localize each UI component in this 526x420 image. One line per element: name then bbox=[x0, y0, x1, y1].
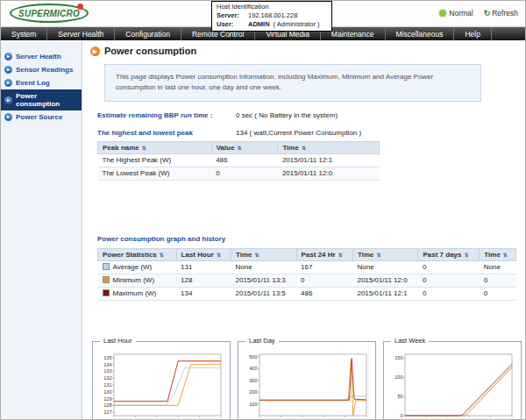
column-header-label: Past 7 days bbox=[423, 251, 461, 259]
column-header-time[interactable]: Time⇅ bbox=[352, 248, 418, 260]
svg-text:134: 134 bbox=[103, 361, 111, 367]
user-role: ( Administrator ) bbox=[274, 20, 320, 29]
sort-icon: ⇅ bbox=[338, 253, 343, 258]
server-address: 192.168.001.228 bbox=[248, 11, 297, 20]
current-power-value: 134 ( watt,Current Power Consumption ) bbox=[236, 129, 361, 137]
section-bullet-icon: ▶ bbox=[90, 46, 100, 56]
column-header-value[interactable]: Value⇅ bbox=[211, 141, 278, 153]
table-cell: 2015/01/11 12:0 bbox=[352, 274, 418, 287]
column-header-time[interactable]: Time⇅ bbox=[231, 248, 297, 260]
svg-text:0: 0 bbox=[400, 413, 402, 418]
column-header-past-24-hr[interactable]: Past 24 Hr⇅ bbox=[296, 248, 352, 260]
svg-text:100: 100 bbox=[394, 374, 402, 380]
status-label: Normal bbox=[449, 9, 473, 18]
column-header-label: Peak name bbox=[103, 144, 139, 152]
arrow-bullet-icon: ▸ bbox=[4, 53, 12, 61]
table-cell: 0 bbox=[480, 274, 516, 287]
user-label: User: bbox=[217, 20, 245, 29]
table-cell: 134 bbox=[176, 287, 231, 300]
svg-text:50: 50 bbox=[397, 394, 402, 399]
info-box: This page displays Power consumption inf… bbox=[104, 64, 481, 102]
menu-item-system[interactable]: System bbox=[1, 27, 47, 40]
menu-item-configuration[interactable]: Configuration bbox=[115, 27, 181, 40]
svg-text:133: 133 bbox=[103, 368, 111, 374]
chart-title: Last Hour bbox=[100, 337, 136, 345]
column-header-past-7-days[interactable]: Past 7 days⇅ bbox=[418, 248, 480, 260]
table-cell: Maximum (W) bbox=[98, 287, 177, 300]
refresh-button[interactable]: ↻ Refresh bbox=[484, 9, 518, 18]
table-cell: Minimum (W) bbox=[98, 274, 177, 287]
series-line-minimum bbox=[405, 367, 512, 416]
svg-text:131: 131 bbox=[103, 382, 111, 388]
column-header-time[interactable]: Time⇅ bbox=[278, 141, 380, 153]
table-cell: 0 bbox=[418, 274, 480, 287]
svg-text:200: 200 bbox=[249, 389, 257, 395]
ipmi-window: SUPERMICRO Host Identification Server: 1… bbox=[0, 0, 526, 420]
column-header-time[interactable]: Time⇅ bbox=[480, 248, 516, 260]
svg-text:100: 100 bbox=[249, 401, 257, 406]
host-identification-title: Host Identification bbox=[217, 3, 327, 11]
menu-item-server-health[interactable]: Server Health bbox=[47, 27, 115, 40]
table-cell: 0 bbox=[296, 274, 352, 287]
table-cell: The Highest Peak (W) bbox=[98, 153, 212, 167]
arrow-bullet-icon: ▸ bbox=[4, 79, 12, 87]
table-cell: 486 bbox=[296, 287, 352, 300]
chart-panel-last-week: Last Week050100150-7d-5.8d-4.6d-3.4d-2.2… bbox=[383, 341, 522, 420]
sort-icon: ⇅ bbox=[376, 253, 380, 258]
series-color-swatch bbox=[103, 276, 110, 283]
bbp-runtime-value: 0 sec ( No Battery in the system) bbox=[236, 111, 338, 119]
table-cell: 2015/01/11 13:3 bbox=[231, 274, 297, 287]
column-header-label: Value bbox=[217, 144, 235, 152]
charts-row: Last Hour127128129130131132133134135-57s… bbox=[92, 341, 518, 420]
table-cell: 2015/01/11 12:1 bbox=[352, 287, 418, 300]
column-header-label: Time bbox=[236, 251, 252, 259]
series-color-swatch bbox=[103, 289, 110, 296]
menu-item-miscellaneous[interactable]: Miscellaneous bbox=[386, 27, 455, 40]
column-header-last-hour[interactable]: Last Hour⇅ bbox=[176, 248, 231, 260]
chart-panel-last-hour: Last Hour127128129130131132133134135-57s… bbox=[92, 341, 231, 420]
table-cell: 0 bbox=[418, 287, 480, 300]
column-header-label: Time bbox=[358, 251, 374, 259]
table-row: Minimum (W)1282015/01/11 13:302015/01/11… bbox=[98, 274, 516, 287]
svg-text:129: 129 bbox=[103, 395, 111, 401]
sort-icon: ⇅ bbox=[217, 253, 221, 258]
table-cell: 167 bbox=[296, 260, 352, 274]
sidebar-item-server-health[interactable]: ▸Server Health bbox=[1, 50, 82, 63]
server-label: Server: bbox=[217, 11, 245, 20]
column-header-label: Past 24 Hr bbox=[302, 251, 336, 259]
column-header-label: Power Statistics bbox=[103, 251, 157, 259]
peak-table: Peak name⇅Value⇅Time⇅The Highest Peak (W… bbox=[97, 141, 380, 181]
page-title: Power consumption bbox=[104, 46, 196, 56]
bbp-runtime-label: Estimate remaining BBP run time : bbox=[97, 111, 236, 119]
table-cell: 0 bbox=[480, 287, 516, 300]
sidebar-item-sensor-readings[interactable]: ▸Sensor Readings bbox=[1, 63, 82, 76]
sort-icon: ⇅ bbox=[255, 253, 259, 258]
series-line-average bbox=[259, 395, 366, 400]
table-cell: 2015/01/11 13:5 bbox=[231, 287, 297, 300]
table-cell: None bbox=[480, 260, 516, 274]
sidebar-item-power-consumption[interactable]: ▸Power consumption bbox=[1, 89, 82, 110]
column-header-power-statistics[interactable]: Power Statistics⇅ bbox=[98, 248, 177, 260]
table-cell: The Lowest Peak (W) bbox=[98, 167, 212, 180]
brand-text: SUPERMICRO bbox=[18, 9, 80, 18]
page-title-row: ▶ Power consumption bbox=[90, 46, 518, 56]
table-row: Maximum (W)1342015/01/11 13:54862015/01/… bbox=[98, 287, 516, 300]
series-line-maximum bbox=[405, 364, 512, 416]
svg-text:135: 135 bbox=[103, 355, 111, 360]
table-cell: 486 bbox=[211, 153, 278, 167]
table-row: Average (W)131None167None0None bbox=[98, 260, 516, 274]
table-cell: Average (W) bbox=[98, 260, 177, 274]
sidebar-item-label: Sensor Readings bbox=[16, 66, 73, 74]
sidebar-item-event-log[interactable]: ▸Event Log bbox=[1, 76, 82, 89]
column-header-peak-name[interactable]: Peak name⇅ bbox=[98, 141, 212, 153]
chart-title: Last Week bbox=[391, 337, 429, 345]
menu-item-help[interactable]: Help bbox=[454, 27, 491, 40]
sort-icon: ⇅ bbox=[142, 146, 146, 151]
table-cell: 128 bbox=[176, 274, 231, 287]
sort-icon: ⇅ bbox=[160, 253, 164, 258]
sidebar-item-power-source[interactable]: ▸Power Source bbox=[1, 110, 82, 124]
table-row: The Highest Peak (W)4862015/01/11 12:1 bbox=[98, 153, 380, 167]
sort-icon: ⇅ bbox=[503, 253, 508, 258]
bbp-runtime-row: Estimate remaining BBP run time : 0 sec … bbox=[97, 111, 518, 119]
arrow-bullet-icon: ▸ bbox=[4, 113, 12, 121]
